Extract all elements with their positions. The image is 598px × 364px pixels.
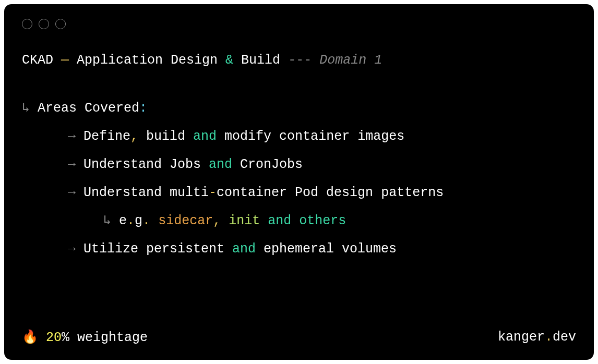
enter-arrow-icon: ↳	[103, 213, 119, 228]
site-attribution: kanger.dev	[498, 330, 576, 345]
weightage-label: weightage	[69, 330, 148, 345]
weightage-info: 🔥 20% weightage	[22, 329, 148, 345]
enter-arrow-icon: ↳	[22, 101, 38, 116]
minimize-button[interactable]	[39, 19, 49, 29]
title-suffix-dashes: ---	[288, 53, 319, 68]
arrow-right-icon: →	[68, 185, 83, 200]
list-item: → Define, build and modify container ima…	[68, 126, 576, 147]
arrow-right-icon: →	[68, 157, 83, 172]
areas-header: ↳ Areas Covered:	[22, 98, 576, 119]
arrow-right-icon: →	[68, 129, 83, 144]
sub-item-text: e.g. sidecar, init and others	[119, 213, 346, 228]
site-name-post: dev	[553, 330, 576, 345]
terminal-content: CKAD — Application Design & Build --- Do…	[22, 50, 576, 309]
site-name-dot: .	[545, 330, 553, 345]
arrow-right-icon: →	[68, 241, 83, 257]
title-main: Application Design	[77, 53, 225, 68]
item-text: Utilize persistent and ephemeral volumes	[83, 241, 397, 257]
close-button[interactable]	[22, 19, 32, 29]
terminal-window: CKAD — Application Design & Build --- Do…	[4, 4, 594, 360]
item-text: Understand multi-container Pod design pa…	[83, 185, 444, 200]
title-line: CKAD — Application Design & Build --- Do…	[22, 50, 576, 71]
item-text: Understand Jobs and CronJobs	[83, 157, 303, 172]
title-prefix: CKAD	[22, 53, 53, 68]
title-dash: —	[53, 53, 77, 68]
list-items: → Define, build and modify container ima…	[22, 126, 576, 260]
sub-list-item: ↳ e.g. sidecar, init and others	[68, 211, 576, 232]
footer: 🔥 20% weightage kanger.dev	[22, 329, 576, 345]
title-amp: &	[225, 53, 233, 68]
title-suffix-text: Domain 1	[319, 53, 382, 68]
areas-colon: :	[139, 101, 147, 116]
areas-label: Areas Covered	[38, 101, 139, 116]
weightage-percent-sign: %	[62, 330, 69, 345]
list-item: → Understand multi-container Pod design …	[68, 183, 576, 203]
title-tail: Build	[233, 53, 288, 68]
list-item: → Utilize persistent and ephemeral volum…	[68, 239, 576, 260]
weightage-percent-num: 20	[38, 330, 62, 345]
list-item: → Understand Jobs and CronJobs	[68, 154, 576, 175]
site-name-pre: kanger	[498, 330, 545, 345]
window-controls	[22, 19, 576, 29]
fire-icon: 🔥	[22, 330, 38, 345]
maximize-button[interactable]	[55, 19, 66, 29]
item-text: Define, build and modify container image…	[83, 129, 404, 144]
